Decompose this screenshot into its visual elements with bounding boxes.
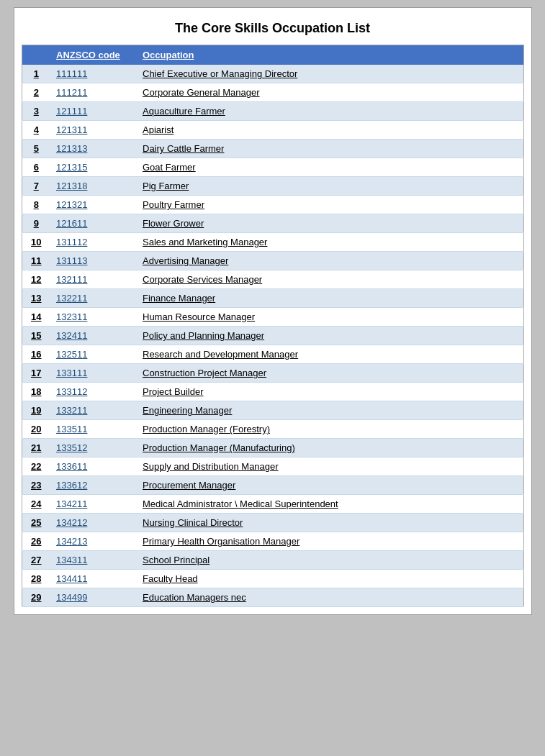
table-row: 2111211Corporate General Manager [22, 83, 523, 102]
row-occupation[interactable]: Supply and Distribution Manager [137, 457, 523, 476]
row-occupation[interactable]: Aquaculture Farmer [137, 102, 523, 121]
row-number: 25 [22, 514, 50, 532]
row-occupation[interactable]: Goat Farmer [137, 158, 523, 177]
row-occupation[interactable]: Primary Health Organisation Manager [137, 532, 523, 551]
row-number: 9 [22, 214, 50, 233]
row-number: 27 [22, 551, 50, 570]
row-occupation[interactable]: Policy and Planning Manager [137, 327, 523, 345]
row-code[interactable]: 133112 [50, 383, 137, 401]
row-code[interactable]: 134311 [50, 551, 137, 570]
table-row: 9121611Flower Grower [22, 214, 523, 233]
row-occupation[interactable]: Faculty Head [137, 570, 523, 588]
row-occupation[interactable]: Human Resource Manager [137, 308, 523, 327]
table-body: 1111111Chief Executive or Managing Direc… [22, 65, 523, 607]
table-row: 10131112Sales and Marketing Manager [22, 233, 523, 252]
row-number: 10 [22, 233, 50, 252]
row-number: 11 [22, 252, 50, 270]
row-number: 23 [22, 476, 50, 495]
row-occupation[interactable]: Project Builder [137, 383, 523, 401]
row-number: 12 [22, 270, 50, 289]
row-code[interactable]: 133611 [50, 457, 137, 476]
row-code[interactable]: 121321 [50, 196, 137, 214]
row-occupation[interactable]: Engineering Manager [137, 401, 523, 420]
table-row: 4121311Apiarist [22, 121, 523, 140]
table-row: 17133111Construction Project Manager [22, 364, 523, 383]
row-code[interactable]: 121611 [50, 214, 137, 233]
row-occupation[interactable]: Finance Manager [137, 289, 523, 308]
row-occupation[interactable]: Production Manager (Forestry) [137, 420, 523, 439]
row-code[interactable]: 111211 [50, 83, 137, 102]
row-code[interactable]: 111111 [50, 65, 137, 83]
row-number: 20 [22, 420, 50, 439]
row-number: 17 [22, 364, 50, 383]
row-occupation[interactable]: Corporate Services Manager [137, 270, 523, 289]
row-code[interactable]: 134411 [50, 570, 137, 588]
row-occupation[interactable]: Research and Development Manager [137, 345, 523, 364]
row-number: 5 [22, 140, 50, 158]
table-row: 8121321Poultry Farmer [22, 196, 523, 214]
row-occupation[interactable]: Procurement Manager [137, 476, 523, 495]
row-code[interactable]: 132511 [50, 345, 137, 364]
row-occupation[interactable]: Sales and Marketing Manager [137, 233, 523, 252]
row-number: 28 [22, 570, 50, 588]
row-number: 16 [22, 345, 50, 364]
row-code[interactable]: 131112 [50, 233, 137, 252]
row-number: 14 [22, 308, 50, 327]
row-number: 3 [22, 102, 50, 121]
table-row: 18133112Project Builder [22, 383, 523, 401]
row-occupation[interactable]: Advertising Manager [137, 252, 523, 270]
row-number: 8 [22, 196, 50, 214]
table-row: 12132111Corporate Services Manager [22, 270, 523, 289]
row-occupation[interactable]: Construction Project Manager [137, 364, 523, 383]
row-code[interactable]: 133111 [50, 364, 137, 383]
row-occupation[interactable]: Pig Farmer [137, 177, 523, 196]
row-number: 19 [22, 401, 50, 420]
table-row: 15132411Policy and Planning Manager [22, 327, 523, 345]
row-code[interactable]: 134211 [50, 495, 137, 514]
row-occupation[interactable]: Production Manager (Manufacturing) [137, 439, 523, 457]
row-code[interactable]: 121311 [50, 121, 137, 140]
row-code[interactable]: 133512 [50, 439, 137, 457]
row-occupation[interactable]: Corporate General Manager [137, 83, 523, 102]
table-row: 7121318Pig Farmer [22, 177, 523, 196]
row-code[interactable]: 132311 [50, 308, 137, 327]
row-code[interactable]: 121318 [50, 177, 137, 196]
row-occupation[interactable]: Chief Executive or Managing Director [137, 65, 523, 83]
row-occupation[interactable]: Medical Administrator \ Medical Superint… [137, 495, 523, 514]
table-row: 25134212Nursing Clinical Director [22, 514, 523, 532]
row-code[interactable]: 133211 [50, 401, 137, 420]
row-occupation[interactable]: Poultry Farmer [137, 196, 523, 214]
page-title: The Core Skills Occupation List [22, 15, 524, 45]
row-code[interactable]: 132411 [50, 327, 137, 345]
row-code[interactable]: 134212 [50, 514, 137, 532]
row-code[interactable]: 132211 [50, 289, 137, 308]
row-occupation[interactable]: Education Managers nec [137, 588, 523, 607]
row-code[interactable]: 133612 [50, 476, 137, 495]
row-code[interactable]: 121111 [50, 102, 137, 121]
table-row: 20133511Production Manager (Forestry) [22, 420, 523, 439]
row-number: 6 [22, 158, 50, 177]
header-anzsco: ANZSCO code [50, 45, 137, 65]
row-occupation[interactable]: Nursing Clinical Director [137, 514, 523, 532]
row-code[interactable]: 132111 [50, 270, 137, 289]
occupation-table: ANZSCO code Occupation 1111111Chief Exec… [22, 45, 524, 607]
row-code[interactable]: 131113 [50, 252, 137, 270]
header-num [22, 45, 50, 65]
row-number: 22 [22, 457, 50, 476]
table-row: 21133512Production Manager (Manufacturin… [22, 439, 523, 457]
row-code[interactable]: 134213 [50, 532, 137, 551]
table-row: 3121111Aquaculture Farmer [22, 102, 523, 121]
row-number: 18 [22, 383, 50, 401]
row-code[interactable]: 121315 [50, 158, 137, 177]
row-occupation[interactable]: Flower Grower [137, 214, 523, 233]
row-occupation[interactable]: Dairy Cattle Farmer [137, 140, 523, 158]
row-occupation[interactable]: Apiarist [137, 121, 523, 140]
row-code[interactable]: 133511 [50, 420, 137, 439]
row-code[interactable]: 121313 [50, 140, 137, 158]
table-row: 29134499Education Managers nec [22, 588, 523, 607]
row-number: 2 [22, 83, 50, 102]
row-number: 24 [22, 495, 50, 514]
table-row: 26134213Primary Health Organisation Mana… [22, 532, 523, 551]
row-occupation[interactable]: School Principal [137, 551, 523, 570]
row-code[interactable]: 134499 [50, 588, 137, 607]
